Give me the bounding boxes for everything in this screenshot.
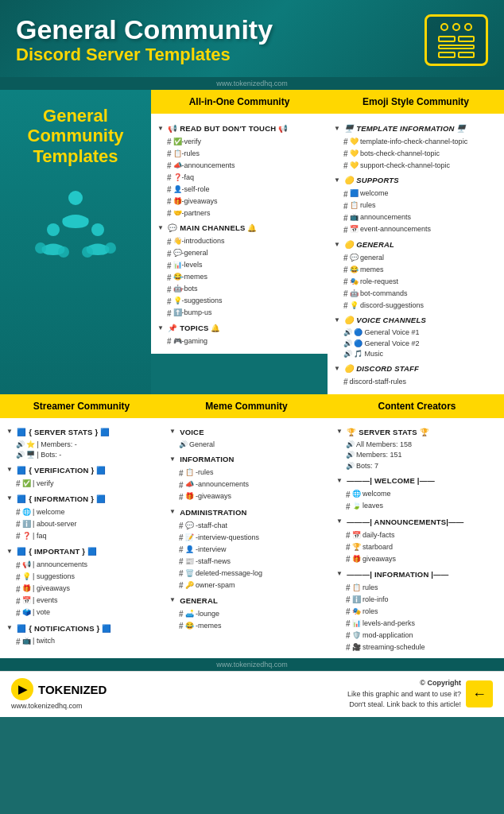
section-title-welcome-cc: ▼ ———| WELCOME |—— <box>336 475 498 486</box>
channel-give-s: # 🎁 | giveaways <box>6 583 157 595</box>
section-welcome-cc: ▼ ———| WELCOME |—— # 🌐 welcome # 🍃 leave… <box>336 475 498 512</box>
section-notifications-s: ▼ 🟦 { NOTIFICATIONS } 🟦 # 📺 | twitch <box>6 622 157 648</box>
section-important-s: ▼ 🟦 { IMPORTANT } 🟦 # 📢 | announcements … <box>6 545 157 618</box>
section-title-info-cc: ▼ ———| INFORMATION |—— <box>336 568 498 580</box>
section-information-s: ▼ 🟦 { INFORMATION } 🟦 # 🌐 | welcome # ℹ️… <box>6 493 157 542</box>
channel-staff-news: # 📰 -staff-news <box>169 556 324 568</box>
footer: ▶ TOKENIZED www.tokenizedhq.com © Copyri… <box>0 671 504 717</box>
col-all-in-one-content: ▼ 📢 READ BUT DON'T TOUCH 📢 # ✅-verify # … <box>151 114 328 354</box>
channel-vote-s: # 🗳️ | vote <box>6 607 157 619</box>
col-emoji-style: Emoji Style Community ▼ 🖥️ Template info… <box>328 90 504 394</box>
left-panel: General Community Templates <box>0 90 151 394</box>
chevron-icon: ▼ <box>169 455 176 465</box>
channel-role-info-cc: # ℹ️ role-info <box>336 594 498 606</box>
channel-give-m: # 🎁 -giveaways <box>169 491 324 503</box>
chevron-icon: ▼ <box>334 240 340 250</box>
section-template-info: ▼ 🖥️ Template information 🖥️ # 💛 templat… <box>334 123 498 172</box>
col-streamer: Streamer Community ▼ 🟦 { SERVER STATS } … <box>0 394 163 658</box>
channel-giveaways: # 🎁-giveaways <box>157 196 321 207</box>
channel-lounge-m: # 🛋️ -lounge <box>169 608 324 620</box>
channel-welcome-s: # 🌐 | welcome <box>6 506 157 518</box>
voice-general-2: 🔊 🔵 General Voice #2 <box>334 339 498 350</box>
streamer-content: ▼ 🟦 { SERVER STATS } 🟦 🔊 ⭐ | Members: - … <box>0 418 163 653</box>
channel-verify-s: # ✅ | verify <box>6 478 157 490</box>
channel-roles-cc: # 🎭 roles <box>336 606 498 618</box>
voice-music: 🔊 🎵 Music <box>334 349 498 360</box>
main-grid: General Community Templates <box>0 90 504 394</box>
chevron-icon: ▼ <box>334 316 340 325</box>
meme-content: ▼ VOICE 🔊 General ▼ INFORMATION # 📋 -rul… <box>163 418 330 637</box>
section-title-voice: ▼ 🟡 Voice channels <box>334 315 498 326</box>
header-text: General Community Discord Server Templat… <box>16 15 273 66</box>
copyright-text: © Copyright <box>420 679 461 687</box>
channel-mod-app: # 🛡️ mod-application <box>336 630 498 642</box>
channel-welcome-cc: # 🌐 welcome <box>336 489 498 501</box>
footer-copyright: © Copyright Like this graphic and want t… <box>347 678 461 711</box>
section-title-stats-s: ▼ 🟦 { SERVER STATS } 🟦 <box>6 426 157 438</box>
chevron-icon: ▼ <box>169 427 176 437</box>
section-topics: ▼ 📌 TOPICS 🔔 # 🎮-gaming <box>157 323 321 347</box>
section-supports: ▼ 🟡 SUPPORTS # 🟦 welcome # 📋 rules # 📺 a… <box>334 175 498 235</box>
channel-events-s: # 📅 | events <box>6 595 157 607</box>
footer-logo: ▶ TOKENIZED <box>11 678 107 700</box>
header-watermark: www.tokenizedhq.com <box>0 77 504 90</box>
section-server-stats-s: ▼ 🟦 { SERVER STATS } 🟦 🔊 ⭐ | Members: - … <box>6 426 157 461</box>
header-title-line1: General Community <box>16 15 273 45</box>
svg-point-5 <box>82 246 93 258</box>
channel-rules: # 📋-rules <box>157 148 321 160</box>
chevron-icon: ▼ <box>336 427 343 437</box>
chevron-icon: ▼ <box>157 324 164 333</box>
svg-point-6 <box>105 242 116 254</box>
meme-header: Meme Community <box>163 394 330 418</box>
section-title-topics: ▼ 📌 TOPICS 🔔 <box>157 323 321 334</box>
channel-bump-us: # ⬆️-bump-us <box>157 308 321 320</box>
channel-about-s: # ℹ️ | about-server <box>6 518 157 530</box>
chevron-icon: ▼ <box>6 623 13 634</box>
channel-levels: # 📊-levels <box>157 260 321 272</box>
svg-point-2 <box>91 223 104 236</box>
chevron-icon: ▼ <box>334 124 340 134</box>
footer-arrow[interactable]: ← <box>466 680 493 707</box>
voice-all-members-cc: 🔊 All Members: 158 <box>336 440 498 451</box>
channel-general-es: # 💬 general <box>334 252 498 264</box>
channel-leaves-cc: # 🍃 leaves <box>336 501 498 513</box>
channel-suggestions: # 💡-suggestions <box>157 296 321 308</box>
section-title-notif-s: ▼ 🟦 { NOTIFICATIONS } 🟦 <box>6 622 157 634</box>
channel-announcements: # 📣-announcements <box>157 160 321 172</box>
col-meme: Meme Community ▼ VOICE 🔊 General ▼ INFOR… <box>163 394 330 658</box>
section-title-read: ▼ 📢 READ BUT DON'T TOUCH 📢 <box>157 123 321 134</box>
col-emoji-content: ▼ 🖥️ Template information 🖥️ # 💛 templat… <box>328 114 504 394</box>
channel-self-role: # 👤-self-role <box>157 184 321 196</box>
section-title-staff: ▼ 🟡 Discord staff <box>334 363 498 374</box>
svg-point-4 <box>58 246 69 258</box>
chevron-icon: ▼ <box>169 595 176 606</box>
col-emoji-header: Emoji Style Community <box>328 90 504 114</box>
header-icon <box>425 14 488 66</box>
channel-rules-es: # 📋 rules <box>334 200 498 212</box>
chevron-icon: ▼ <box>336 569 343 579</box>
voice-members-s: 🔊 ⭐ | Members: - <box>6 440 157 451</box>
chevron-icon: ▼ <box>6 427 13 437</box>
section-title-supports: ▼ 🟡 SUPPORTS <box>334 175 498 186</box>
channel-bots-check: # 💛 bots-check-channel-topic <box>334 148 498 160</box>
col-all-in-one-header: All-in-One Community <box>151 90 328 114</box>
channel-staff-chat: # 💬 -staff-chat <box>169 520 324 532</box>
chevron-icon: ▼ <box>157 223 164 233</box>
channel-owner-spam: # 🔑 owner-spam <box>169 579 324 591</box>
footer-left: ▶ TOKENIZED www.tokenizedhq.com <box>11 678 107 710</box>
section-title-voice-m: ▼ VOICE <box>169 426 324 438</box>
channel-rules-cc: # 📋 rules <box>336 582 498 594</box>
svg-point-3 <box>35 242 46 254</box>
channel-event-ann: # 📅 event-announcements <box>334 224 498 236</box>
footer-url: www.tokenizedhq.com <box>11 702 107 710</box>
section-admin-m: ▼ ADMINISTRATION # 💬 -staff-chat # 📝 -in… <box>169 506 324 591</box>
section-title-ann-cc: ▼ ———| ANNOUNCEMENTS|—— <box>336 516 498 528</box>
channel-staff-rules: # discord-staff-rules <box>334 376 498 388</box>
chevron-icon: ▼ <box>336 476 343 486</box>
channel-faq: # ❓-faq <box>157 172 321 184</box>
channel-daily-facts: # 📅 daily-facts <box>336 529 498 541</box>
chevron-icon: ▼ <box>6 547 13 557</box>
section-general-es: ▼ 🟡 General # 💬 general # 😂 memes # 🎭 ro… <box>334 239 498 312</box>
channel-deleted-log: # 🗑️ deleted-message-log <box>169 568 324 579</box>
footer-logo-icon: ▶ <box>11 678 33 700</box>
